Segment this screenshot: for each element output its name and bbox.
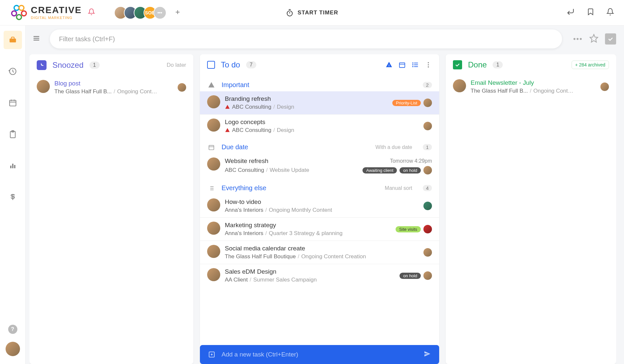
bell-icon[interactable] xyxy=(88,8,95,17)
member-avatars[interactable]: SOB ••• xyxy=(114,6,166,19)
help-button[interactable]: ? xyxy=(8,325,17,334)
back-icon[interactable] xyxy=(566,8,575,18)
task-row[interactable]: Website refresh Tomorrow 4:29pm ABC Cons… xyxy=(200,154,439,178)
task-avatar xyxy=(37,80,50,93)
start-timer-button[interactable]: START TIMER xyxy=(286,9,338,17)
calendar-icon xyxy=(207,144,216,151)
svg-text:!: ! xyxy=(388,64,389,67)
bookmark-icon[interactable] xyxy=(587,8,595,17)
task-avatar xyxy=(207,118,220,132)
task-avatar xyxy=(207,268,220,281)
priority-filter-icon[interactable]: ! xyxy=(385,61,393,68)
svg-rect-22 xyxy=(14,165,15,168)
rail-billing[interactable] xyxy=(4,188,22,206)
task-avatar xyxy=(207,198,220,211)
task-row[interactable]: Blog post The Glass Half Full B... / Ong… xyxy=(29,76,193,99)
list-icon xyxy=(207,185,216,191)
svg-point-0 xyxy=(14,5,19,10)
assignee-avatar xyxy=(423,202,432,210)
stopwatch-icon xyxy=(286,9,294,17)
do-later-label[interactable]: Do later xyxy=(166,62,186,68)
assignee-avatar xyxy=(600,82,609,91)
svg-point-35 xyxy=(413,66,413,67)
tag-pill[interactable]: on hold xyxy=(400,273,421,279)
section-important[interactable]: Important 2 xyxy=(200,75,439,91)
check-icon xyxy=(453,60,462,69)
task-title: Blog post xyxy=(54,80,173,87)
column-todo: To do 7 ! Important 2 xyxy=(200,54,439,364)
assignee-avatar xyxy=(423,248,432,257)
column-done: Done 1 + 284 archived Email Newsletter -… xyxy=(446,54,616,364)
priority-flag-icon xyxy=(225,104,230,110)
assignee-avatar xyxy=(423,122,432,130)
assignee-avatar xyxy=(423,166,432,174)
section-due[interactable]: Due date With a due date 1 xyxy=(200,137,439,154)
task-avatar xyxy=(207,157,220,171)
add-task-icon xyxy=(208,351,216,358)
svg-rect-39 xyxy=(209,145,214,150)
notification-bell-icon[interactable] xyxy=(606,8,614,17)
assignee-avatar xyxy=(423,225,432,233)
rail-clipboard[interactable] xyxy=(4,125,22,143)
svg-point-34 xyxy=(413,64,413,65)
snoozed-count: 1 xyxy=(89,62,100,69)
assignee-avatar xyxy=(178,83,186,92)
rail-calendar[interactable] xyxy=(4,94,22,112)
left-nav-rail: ? xyxy=(0,26,26,364)
current-user-avatar[interactable] xyxy=(6,342,20,356)
tag-pill[interactable]: Site visits xyxy=(396,226,421,232)
menu-toggle-icon[interactable] xyxy=(29,31,43,47)
rail-analytics[interactable] xyxy=(4,156,22,175)
brand-tagline: DIGITAL MARKETING xyxy=(31,16,82,20)
column-snoozed: Snoozed 1 Do later Blog post The Glass H… xyxy=(29,54,193,364)
task-avatar xyxy=(207,222,220,235)
add-task-bar[interactable]: Add a new task (Ctrl+Enter) xyxy=(200,345,439,364)
task-avatar xyxy=(207,95,220,108)
filter-input[interactable] xyxy=(50,29,562,48)
timer-label: START TIMER xyxy=(298,9,338,16)
task-row[interactable]: Marketing strategy Anna's Interiors/Quar… xyxy=(200,218,439,241)
archived-link[interactable]: + 284 archived xyxy=(572,61,609,69)
svg-point-1 xyxy=(19,5,24,10)
svg-rect-21 xyxy=(12,164,13,168)
column-more-icon[interactable] xyxy=(425,61,432,68)
checkbox-outline-icon xyxy=(207,61,215,69)
task-row[interactable]: Social media calendar create The Glass H… xyxy=(200,241,439,264)
avatar-more[interactable]: ••• xyxy=(153,6,166,19)
svg-point-3 xyxy=(21,11,26,16)
send-icon[interactable] xyxy=(423,350,431,359)
task-row[interactable]: Sales eDM Design AA Client/Summer Sales … xyxy=(200,264,439,287)
svg-point-33 xyxy=(413,63,413,64)
filter-more-icon[interactable]: ••• xyxy=(573,35,583,43)
brand-name: CREATIVE xyxy=(31,6,82,15)
task-row[interactable]: Logo concepts ABC Consulting / Design xyxy=(200,115,439,137)
list-filter-icon[interactable] xyxy=(412,61,419,68)
rail-briefcase[interactable] xyxy=(4,31,22,49)
assignee-avatar xyxy=(423,99,432,107)
task-row[interactable]: Email Newsletter - July The Glass Half F… xyxy=(446,75,616,98)
rail-history[interactable] xyxy=(4,62,22,81)
svg-rect-11 xyxy=(10,100,16,106)
section-else[interactable]: Everything else Manual sort 4 xyxy=(200,178,439,194)
calendar-filter-icon[interactable] xyxy=(399,61,406,68)
star-icon[interactable] xyxy=(589,34,598,45)
add-task-placeholder: Add a new task (Ctrl+Enter) xyxy=(222,351,418,358)
moon-icon xyxy=(37,60,47,70)
snoozed-title: Snoozed xyxy=(52,61,84,70)
content-area: ••• Snoozed 1 Do later xyxy=(26,26,624,364)
assignee-avatar xyxy=(423,271,432,280)
svg-point-4 xyxy=(17,14,22,19)
top-header: CREATIVE DIGITAL MARKETING SOB ••• START… xyxy=(0,0,624,26)
tag-pill[interactable]: Awaiting client xyxy=(362,167,397,173)
tag-pill[interactable]: Priority-List xyxy=(392,100,421,106)
select-toggle[interactable] xyxy=(605,33,616,45)
task-avatar xyxy=(453,79,466,92)
add-member-button[interactable] xyxy=(174,8,181,17)
todo-title: To do xyxy=(221,60,240,69)
done-title: Done xyxy=(468,60,487,69)
task-row[interactable]: How-to video Anna's Interiors/Ongoing Mo… xyxy=(200,194,439,217)
tag-pill[interactable]: on hold xyxy=(400,167,421,173)
brand-logo[interactable]: CREATIVE DIGITAL MARKETING xyxy=(10,4,82,22)
task-row[interactable]: Branding refresh ABC Consulting / Design… xyxy=(200,91,439,114)
svg-point-36 xyxy=(428,62,429,64)
